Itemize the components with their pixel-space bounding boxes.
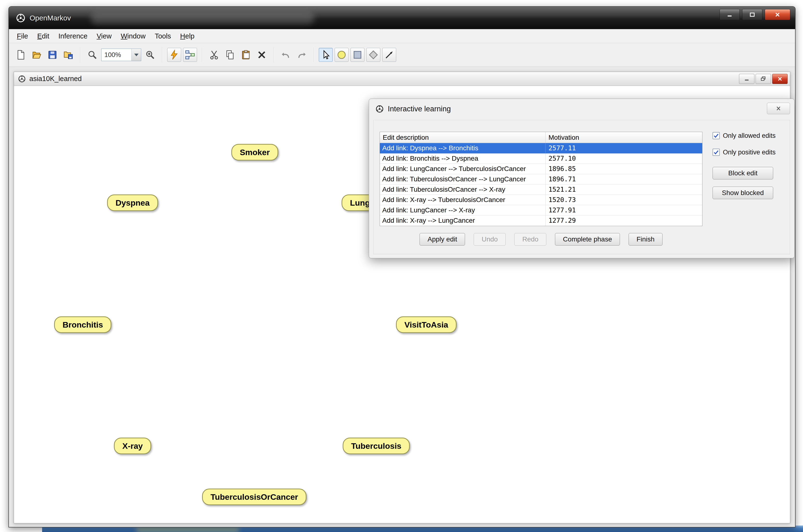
checkbox-only-positive-edits[interactable]: Only positive edits (712, 148, 792, 157)
minimize-button[interactable] (720, 9, 740, 20)
minimize-icon (726, 11, 733, 18)
edit-row[interactable]: Add link: LungCancer --> TuberculosisOrC… (380, 164, 702, 174)
undo-button[interactable]: Undo (474, 233, 506, 246)
motivation-cell: 1896.85 (546, 164, 702, 174)
zoom-level-combobox[interactable]: 100% (101, 49, 141, 61)
open-file-button[interactable] (30, 48, 43, 62)
chance-node-tool-button[interactable] (335, 48, 349, 62)
menu-item-tools[interactable]: Tools (150, 29, 175, 43)
zoom-icon (87, 49, 98, 60)
edit-row[interactable]: Add link: TuberculosisOrCancer --> X-ray… (380, 185, 702, 195)
maximize-button[interactable] (742, 9, 762, 20)
node-Tuberculosis[interactable]: Tuberculosis (342, 438, 410, 454)
menu-item-window[interactable]: Window (116, 29, 150, 43)
node-TuberculosisOrCancer[interactable]: TuberculosisOrCancer (202, 489, 306, 505)
checkbox-icon[interactable] (712, 149, 720, 156)
dialog-close-button[interactable] (767, 103, 790, 114)
motivation-cell: 1520.73 (546, 195, 702, 205)
titlebar[interactable]: OpenMarkov (9, 7, 795, 29)
edit-row[interactable]: Add link: Bronchitis --> Dyspnea2577.10 (380, 153, 702, 164)
dialog-titlebar[interactable]: Interactive learning (369, 99, 794, 119)
openmarkov-logo-icon (18, 75, 26, 83)
node-Smoker[interactable]: Smoker (231, 144, 278, 161)
window-controls (720, 9, 790, 20)
edit-description-cell: Add link: LungCancer --> TuberculosisOrC… (380, 164, 546, 174)
document-window-controls (739, 74, 788, 84)
edit-description-cell: Add link: LungCancer --> X-ray (380, 205, 546, 215)
checkbox-label: Only allowed edits (723, 132, 776, 139)
node-Dyspnea[interactable]: Dyspnea (107, 194, 158, 211)
delete-button[interactable] (255, 48, 269, 62)
edit-description-cell: Add link: Dyspnea --> Bronchitis (380, 143, 546, 153)
finish-button[interactable]: Finish (629, 233, 662, 246)
learning-button[interactable] (167, 48, 181, 62)
zoom-in-button[interactable] (143, 48, 157, 62)
menu-item-inference[interactable]: Inference (54, 29, 92, 43)
decision-node-tool-button[interactable] (351, 48, 365, 62)
zoom-button[interactable] (86, 48, 99, 62)
motivation-cell: 1277.29 (546, 215, 702, 226)
close-button[interactable] (765, 9, 790, 20)
utility-node-diamond-icon (368, 49, 379, 60)
save-as-button[interactable] (61, 48, 75, 62)
edit-row[interactable]: Add link: X-ray --> TuberculosisOrCancer… (380, 195, 702, 205)
motivation-cell: 1521.21 (546, 185, 702, 194)
undo-icon (280, 49, 291, 60)
zoom-level-value: 100% (101, 51, 131, 59)
edit-row[interactable]: Add link: TuberculosisOrCancer --> LungC… (380, 174, 702, 185)
toolbar-separator (202, 48, 202, 62)
apply-edit-button[interactable]: Apply edit (419, 233, 465, 246)
column-header-motivation[interactable]: Motivation (546, 132, 702, 143)
link-arrow-icon (384, 49, 395, 60)
openmarkov-logo-icon (375, 104, 384, 113)
complete-phase-button[interactable]: Complete phase (555, 233, 620, 246)
taskbar-glow (136, 527, 239, 532)
edit-description-cell: Add link: X-ray --> TuberculosisOrCancer (380, 195, 546, 205)
undo-button[interactable] (279, 48, 293, 62)
paste-button[interactable] (239, 48, 253, 62)
show-blocked-button[interactable]: Show blocked (712, 187, 773, 199)
checkbox-only-allowed-edits[interactable]: Only allowed edits (712, 131, 792, 140)
document-titlebar[interactable]: asia10K_learned (14, 72, 790, 86)
edit-row[interactable]: Add link: Dyspnea --> Bronchitis2577.11 (380, 143, 702, 153)
menu-item-file[interactable]: File (12, 29, 33, 43)
utility-node-tool-button[interactable] (367, 48, 380, 62)
open-folder-icon (31, 49, 42, 60)
decision-tree-button[interactable] (183, 48, 197, 62)
link-tool-button[interactable] (382, 48, 396, 62)
node-VisitToAsia[interactable]: VisitToAsia (396, 317, 456, 333)
redo-button[interactable] (295, 48, 309, 62)
block-edit-button[interactable]: Block edit (712, 167, 773, 179)
menu-item-edit[interactable]: Edit (33, 29, 54, 43)
save-as-icon (63, 49, 74, 60)
node-X-ray[interactable]: X-ray (114, 438, 151, 454)
save-icon (47, 49, 58, 60)
redo-button[interactable]: Redo (514, 233, 546, 246)
motivation-cell: 1277.91 (546, 205, 702, 215)
toolbar-separator (314, 48, 314, 62)
document-minimize-button[interactable] (739, 74, 754, 84)
column-header-edit-description[interactable]: Edit description (380, 132, 546, 143)
openmarkov-logo-icon (16, 13, 26, 23)
menu-item-help[interactable]: Help (175, 29, 199, 43)
motivation-cell: 1896.71 (546, 174, 702, 184)
node-Bronchitis[interactable]: Bronchitis (54, 317, 111, 333)
close-icon (775, 105, 782, 112)
document-close-button[interactable] (772, 74, 788, 84)
cut-button[interactable] (207, 48, 221, 62)
edit-row[interactable]: Add link: X-ray --> LungCancer1277.29 (380, 215, 702, 226)
save-button[interactable] (45, 48, 59, 62)
zoom-in-icon (145, 49, 156, 60)
minimize-icon (744, 76, 750, 82)
selection-tool-button[interactable] (319, 48, 333, 62)
dialog-bottom-buttons: Apply editUndoRedoComplete phaseFinish (379, 233, 703, 246)
document-restore-button[interactable] (755, 74, 771, 84)
combo-dropdown-arrow-icon[interactable] (131, 49, 141, 61)
new-file-button[interactable] (14, 48, 28, 62)
edit-row[interactable]: Add link: LungCancer --> X-ray1277.91 (380, 205, 702, 215)
new-file-icon (15, 49, 26, 60)
menu-item-view[interactable]: View (92, 29, 116, 43)
checkbox-icon[interactable] (712, 132, 720, 139)
copy-button[interactable] (223, 48, 237, 62)
window-title: OpenMarkov (30, 14, 71, 22)
